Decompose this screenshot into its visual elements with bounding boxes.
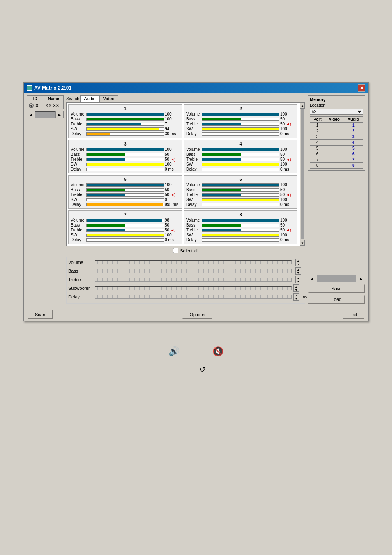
zone-sw-row-5: SW 0 — [71, 197, 180, 202]
video-cell — [325, 123, 344, 128]
zone-bass-row-8: Bass 50 — [186, 223, 295, 227]
video-cell — [325, 128, 344, 134]
save-load-section: Save Load — [308, 284, 365, 304]
sw-down-btn[interactable]: ▼ — [294, 288, 299, 291]
pva-table-row: 3 3 — [310, 134, 363, 140]
treble-down-btn[interactable]: ▼ — [296, 280, 301, 283]
bass-slider[interactable] — [95, 269, 292, 273]
zone-delay-row-1: Delay 30 ms — [71, 132, 180, 136]
zone-volume-row-1: Volume 100 — [71, 112, 180, 116]
delay-slider[interactable] — [95, 295, 292, 299]
zone-delay-row-2: Delay 0 ms — [186, 132, 295, 136]
zone-title-8: 8 — [186, 212, 295, 217]
select-all-checkbox[interactable] — [173, 248, 178, 253]
pva-table-row: 5 5 — [310, 146, 363, 151]
scroll-track-h — [35, 111, 55, 118]
zone-block-1: 1 Volume 100 Bass 100 Treble 71 SW — [68, 104, 182, 138]
port-cell: 7 — [310, 157, 325, 163]
zone-bass-row-6: Bass 50 — [186, 187, 295, 192]
zone-title-1: 1 — [71, 106, 180, 111]
zone-delay-row-5: Delay 995 ms — [71, 202, 180, 207]
volume-down-btn[interactable]: ▼ — [296, 262, 301, 266]
treble-slider[interactable] — [95, 278, 292, 282]
pva-scroll-right[interactable]: ► — [357, 275, 365, 282]
treble-up-btn[interactable]: ▲ — [296, 276, 301, 280]
zone-sw-row-6: SW 100 — [186, 197, 295, 202]
volume-label: Volume — [68, 260, 95, 265]
zone-volume-row-3: Volume 100 — [71, 147, 180, 152]
delay-down-btn[interactable]: ▼ — [294, 297, 299, 300]
treble-label: Treble — [68, 277, 95, 282]
zone-block-6: 6 Volume 100 Bass 50 Treble 50 ◄) SW — [184, 175, 297, 209]
volume-slider[interactable] — [95, 260, 292, 264]
video-cell — [325, 134, 344, 140]
port-cell: 3 — [310, 134, 325, 140]
app-icon — [27, 85, 32, 91]
treble-slider-row: Treble ▲ ▼ — [68, 276, 303, 283]
volume-up-btn[interactable]: ▲ — [296, 259, 301, 262]
sw-up-btn[interactable]: ▲ — [294, 285, 299, 288]
close-button[interactable]: ✕ — [358, 84, 365, 92]
window-title: AV Matrix 2.2.01 — [34, 85, 71, 91]
radio-button[interactable] — [29, 103, 34, 108]
video-header: Video — [325, 117, 344, 123]
left-sidebar: ID Name 00 XX-XX — [27, 95, 64, 304]
scroll-right-btn[interactable]: ► — [55, 111, 64, 118]
zone-volume-row-6: Volume 100 — [186, 183, 295, 187]
zone-bass-row-5: Bass 50 — [71, 187, 180, 192]
zone-treble-row-6: Treble 50 ◄) — [186, 192, 295, 197]
location-select[interactable]: #2 — [310, 109, 363, 115]
select-all-label: Select all — [180, 248, 198, 253]
zone-block-4: 4 Volume 100 Bass 50 Treble 50 ◄) SW — [184, 140, 297, 173]
audio-cell: 4 — [344, 140, 363, 146]
scrollbar-v[interactable]: ▲ ▼ — [300, 102, 305, 246]
zone-treble-row-4: Treble 50 ◄) — [186, 157, 295, 162]
zone-title-6: 6 — [186, 177, 295, 182]
zone-bass-row-1: Bass 100 — [71, 117, 180, 121]
save-button[interactable]: Save — [308, 284, 365, 293]
load-button[interactable]: Load — [308, 295, 365, 304]
location-label: Location — [310, 103, 363, 108]
options-button[interactable]: Options — [182, 310, 212, 319]
tab-video[interactable]: Video — [99, 95, 118, 102]
select-all-row: Select all — [66, 246, 305, 255]
tab-audio[interactable]: Audio — [80, 95, 99, 102]
zone-delay-row-4: Delay 0 ms — [186, 167, 295, 171]
id-header: ID — [27, 96, 44, 102]
zone-bass-row-2: Bass 50 — [186, 117, 295, 121]
scroll-up-btn[interactable]: ▲ — [300, 103, 305, 109]
pva-scroll-track — [317, 275, 356, 282]
zone-block-8: 8 Volume 100 Bass 50 Treble 50 ◄) SW — [184, 210, 297, 244]
zone-title-7: 7 — [71, 212, 180, 217]
zone-bass-row-3: Bass 50 — [71, 152, 180, 157]
port-cell: 1 — [310, 123, 325, 128]
port-cell: 6 — [310, 151, 325, 157]
delay-slider-row: Delay ▲ ▼ ms — [68, 293, 303, 301]
zone-sw-row-8: SW 100 — [186, 233, 295, 237]
name-value: XX-XX — [44, 102, 63, 109]
port-header: Port — [310, 117, 325, 123]
icons-row: 🔊 🔇 — [168, 346, 224, 357]
zone-block-3: 3 Volume 100 Bass 50 Treble 50 ◄) SW — [68, 140, 182, 173]
center-content: Switch Audio Video 1 Volume 100 Bass — [66, 95, 305, 304]
bottom-bar: Scan Options Exit — [24, 308, 368, 321]
scroll-left-btn[interactable]: ◄ — [27, 111, 35, 118]
pva-scroll-left[interactable]: ◄ — [308, 275, 316, 282]
tabs-row: Switch Audio Video — [66, 95, 305, 102]
subwoofer-slider[interactable] — [95, 286, 292, 290]
subwoofer-slider-row: Subwoofer ▲ ▼ Mute — [68, 284, 303, 292]
exit-button[interactable]: Exit — [342, 310, 364, 319]
delay-up-btn[interactable]: ▲ — [294, 294, 299, 297]
zone-treble-row-8: Treble 50 ◄) — [186, 228, 295, 232]
zone-sw-row-4: SW 100 — [186, 162, 295, 166]
scroll-down-btn[interactable]: ▼ — [300, 240, 305, 246]
scroll-thumb[interactable] — [301, 109, 304, 239]
scan-button[interactable]: Scan — [28, 310, 53, 319]
memory-title: Memory — [310, 97, 363, 102]
treble-arrows: ▲ ▼ — [295, 276, 301, 283]
bass-down-btn[interactable]: ▼ — [296, 271, 301, 274]
port-cell: 5 — [310, 146, 325, 151]
zone-volume-row-2: Volume 100 — [186, 112, 295, 116]
id-value: 00 — [35, 103, 39, 108]
bass-up-btn[interactable]: ▲ — [296, 268, 301, 271]
